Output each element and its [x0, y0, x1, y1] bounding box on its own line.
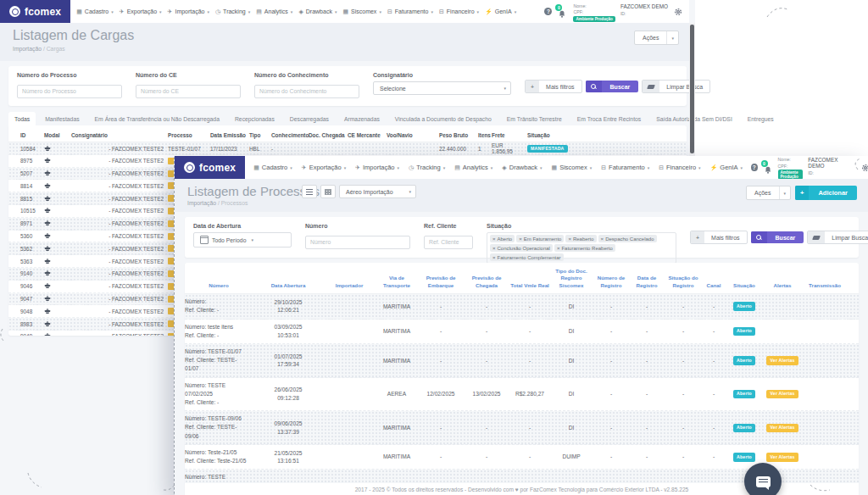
clear-search-button[interactable]: Limpar Busca — [807, 231, 868, 244]
help-icon[interactable]: ? — [751, 164, 757, 171]
column-header[interactable]: Alertas — [765, 282, 800, 289]
list-view-toggle[interactable] — [302, 185, 317, 198]
menu-item-exportacao[interactable]: ✈Exportação▾ — [302, 164, 346, 171]
column-header[interactable]: Data de Registro — [631, 275, 663, 289]
notifications-bell-icon[interactable]: 0 — [764, 163, 772, 173]
menu-item-faturamento[interactable]: ⊟Faturamento▾ — [601, 164, 649, 171]
clear-search-button[interactable]: Limpar Busca — [642, 80, 710, 93]
period-select[interactable]: Todo Período▾ — [193, 232, 292, 248]
column-header[interactable]: Transmissão — [802, 282, 848, 289]
table-row[interactable]: Número:Ref. Cliente: -29/10/2025 12:06:2… — [185, 294, 859, 319]
situacao-chip[interactable]: ×Conclusão Operacional — [490, 244, 553, 252]
settings-gear-icon[interactable] — [674, 4, 682, 19]
actions-button[interactable]: Ações▾ — [634, 31, 679, 45]
alerts-badge[interactable]: Ver Alertas — [766, 453, 798, 462]
remove-chip-icon[interactable]: × — [492, 255, 496, 260]
chevron-down-icon[interactable]: ▾ — [779, 186, 791, 199]
filter-input[interactable] — [254, 85, 359, 98]
status-tab[interactable]: Vinculada a Documento de Despacho — [389, 112, 498, 125]
menu-item-tracking[interactable]: ◷Tracking▾ — [215, 8, 250, 14]
status-tab[interactable]: Em Trânsito Terrestre — [501, 112, 568, 125]
ref-cliente-input[interactable] — [424, 236, 473, 249]
remove-chip-icon[interactable]: × — [492, 246, 496, 251]
situacao-chips[interactable]: ×Aberto ×Em Faturamento ×Reaberto ×Despa… — [487, 232, 676, 264]
status-tab[interactable]: Em Área de Transferência ou Não Descarre… — [89, 112, 225, 125]
more-filters-button[interactable]: +Mais filtros — [525, 80, 582, 93]
fcomex-logo[interactable]: fcomex — [0, 0, 70, 23]
situacao-chip[interactable]: ×Faturamento Complementar — [490, 253, 564, 261]
consignatario-select[interactable]: Selecione ▾ — [373, 81, 511, 95]
fcomex-logo[interactable]: fcomex — [175, 156, 245, 179]
alerts-badge[interactable]: Ver Alertas — [766, 390, 798, 399]
column-header[interactable]: Total Vmle Real — [510, 282, 549, 289]
menu-item-financeiro[interactable]: ⊟Financeiro▾ — [659, 164, 700, 171]
menu-item-drawback[interactable]: ◈Drawback▾ — [502, 164, 542, 171]
situacao-chip[interactable]: ×Despacho Cancelado — [598, 235, 657, 242]
column-header[interactable]: Previsão de Chegada — [465, 275, 509, 289]
column-header[interactable]: Canal — [704, 282, 724, 289]
add-button[interactable]: +Adicionar — [795, 186, 857, 200]
search-button[interactable]: Buscar — [586, 81, 639, 92]
situacao-chip[interactable]: ×Faturamento Reaberto — [554, 244, 615, 252]
menu-item-genia[interactable]: ⚡GenIA▾ — [710, 164, 743, 171]
remove-chip-icon[interactable]: × — [557, 246, 560, 251]
menu-item-cadastro[interactable]: ▦Cadastro▾ — [76, 8, 114, 14]
menu-item-analytics[interactable]: ▤Analytics▾ — [256, 8, 292, 14]
status-tab[interactable]: Recepcionadas — [229, 112, 281, 125]
actions-button[interactable]: Ações▾ — [746, 186, 791, 200]
table-row[interactable]: Número: TESTE 07/02/2025Ref. Cliente: -2… — [185, 378, 859, 412]
status-tab[interactable]: Todas — [8, 112, 36, 125]
menu-item-faturamento[interactable]: ⊟Faturamento▾ — [387, 8, 433, 14]
menu-item-drawback[interactable]: ◈Drawback▾ — [298, 8, 337, 14]
view-type-select[interactable]: Aéreo Importação ▾ — [339, 185, 416, 198]
status-tab[interactable]: Entregues — [742, 112, 780, 125]
numero-input[interactable] — [305, 236, 410, 249]
notifications-bell-icon[interactable]: 0 — [558, 7, 567, 17]
status-tab[interactable]: Manifestadas — [39, 112, 85, 125]
column-header[interactable]: Número — [185, 282, 253, 289]
column-header[interactable]: Situação — [726, 282, 763, 289]
table-row[interactable]: 10584- FAZCOMEX TESTE2TESTE-01/0717/11/2… — [8, 142, 687, 155]
breadcrumb-root[interactable]: Importação — [13, 46, 42, 52]
menu-item-financeiro[interactable]: ⊟Financeiro▾ — [439, 8, 479, 14]
situacao-chip[interactable]: ×Reaberto — [565, 235, 596, 242]
situacao-chip[interactable]: ×Aberto — [490, 235, 515, 242]
table-row[interactable]: Número: TESTE-09/06Ref. Cliente: TESTE-0… — [185, 411, 859, 445]
column-header[interactable]: Tipo do Doc. Registro Siscomex — [551, 268, 592, 289]
alerts-badge[interactable]: Ver Alertas — [766, 356, 798, 365]
menu-item-tracking[interactable]: ◷Tracking▾ — [409, 164, 445, 171]
menu-item-analytics[interactable]: ▤Analytics▾ — [454, 164, 492, 171]
column-header[interactable]: Data Abertura — [254, 282, 322, 289]
remove-chip-icon[interactable]: × — [568, 236, 571, 242]
menu-item-importacao[interactable]: ✈Importação▾ — [355, 164, 399, 171]
status-tab[interactable]: Em Troca Entre Recintos — [571, 112, 648, 125]
scrollbar-thumb[interactable] — [690, 25, 694, 153]
column-header[interactable]: Situação do Registro — [665, 275, 702, 289]
status-tab[interactable]: Armazenadas — [338, 112, 386, 125]
remove-chip-icon[interactable]: × — [601, 236, 604, 242]
menu-item-siscomex[interactable]: ▦Siscomex▾ — [342, 8, 381, 14]
more-filters-button[interactable]: +Mais filtros — [690, 231, 748, 244]
column-header[interactable]: Via de Transporte — [376, 275, 417, 289]
remove-chip-icon[interactable]: × — [492, 236, 496, 242]
table-row[interactable]: Número: teste itensRef. Cliente: -03/09/… — [185, 320, 859, 344]
help-icon[interactable]: ? — [544, 8, 552, 15]
menu-item-exportacao[interactable]: ✈Exportação▾ — [120, 8, 162, 14]
filter-input[interactable] — [17, 85, 122, 98]
chat-support-button[interactable] — [744, 463, 782, 495]
column-header[interactable]: Número de Registro — [593, 275, 629, 289]
grid-view-toggle[interactable] — [320, 185, 336, 198]
menu-item-siscomex[interactable]: ▦Siscomex▾ — [552, 164, 593, 171]
situacao-chip[interactable]: ×Em Faturamento — [516, 235, 564, 242]
menu-item-importacao[interactable]: ✈Importação▾ — [168, 8, 209, 14]
filter-input[interactable] — [136, 85, 241, 98]
column-header[interactable]: Previsão de Embarque — [419, 275, 463, 289]
settings-gear-icon[interactable] — [861, 160, 868, 175]
table-row[interactable]: Número: TESTE-01/07Ref. Cliente: TESTE-0… — [185, 344, 859, 378]
menu-item-cadastro[interactable]: ▦Cadastro▾ — [253, 164, 292, 171]
menu-item-genia[interactable]: ⚡GenIA▾ — [485, 8, 516, 14]
remove-chip-icon[interactable]: × — [519, 236, 522, 242]
search-button[interactable]: Buscar — [751, 231, 804, 243]
breadcrumb-root[interactable]: Importação — [187, 200, 216, 206]
alerts-badge[interactable]: Ver Alertas — [766, 424, 798, 433]
